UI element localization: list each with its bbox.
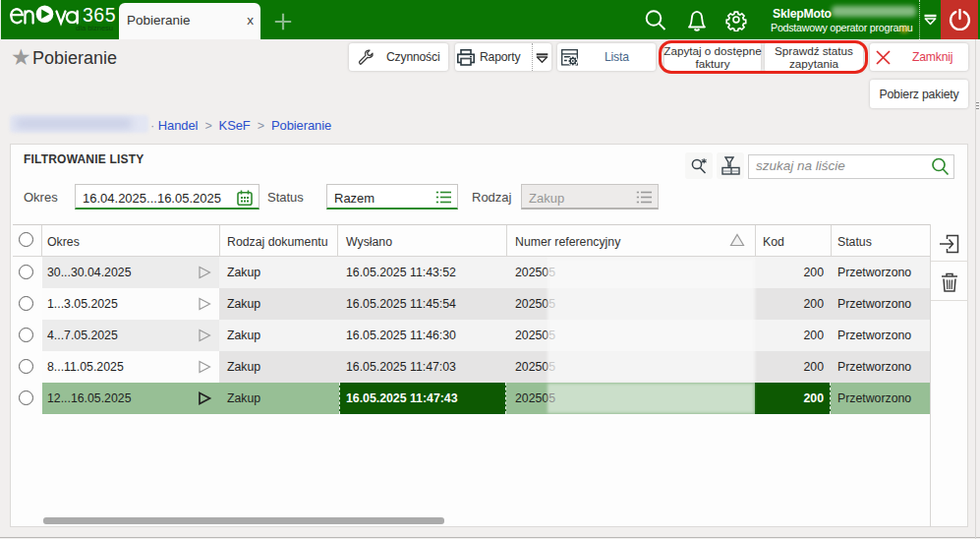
svg-text:dla biznesu: dla biznesu	[76, 24, 113, 32]
